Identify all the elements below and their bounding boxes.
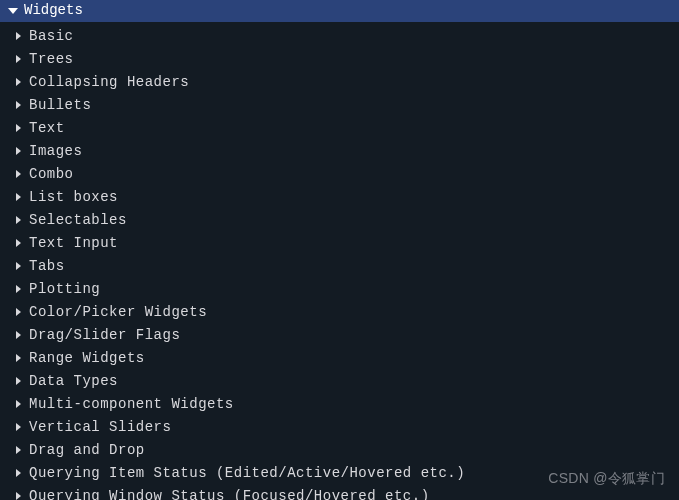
tree-item-drag-and-drop[interactable]: Drag and Drop (14, 438, 679, 461)
tree-item-bullets[interactable]: Bullets (14, 93, 679, 116)
tree-item-label: Querying Item Status (Edited/Active/Hove… (29, 463, 465, 483)
tree-item-label: Trees (29, 49, 74, 69)
chevron-right-icon (16, 492, 21, 500)
chevron-right-icon (16, 32, 21, 40)
chevron-right-icon (16, 377, 21, 385)
tree-item-label: Vertical Sliders (29, 417, 171, 437)
chevron-right-icon (16, 170, 21, 178)
tree-item-label: Data Types (29, 371, 118, 391)
tree-item-label: Drag and Drop (29, 440, 145, 460)
watermark-text: CSDN @令狐掌门 (548, 470, 665, 488)
chevron-right-icon (16, 193, 21, 201)
header-title: Widgets (24, 2, 83, 19)
tree-item-label: Collapsing Headers (29, 72, 189, 92)
chevron-down-icon (8, 8, 18, 14)
tree-item-combo[interactable]: Combo (14, 162, 679, 185)
tree-item-text-input[interactable]: Text Input (14, 231, 679, 254)
tree-item-label: Range Widgets (29, 348, 145, 368)
tree-item-label: Color/Picker Widgets (29, 302, 207, 322)
tree-item-plotting[interactable]: Plotting (14, 277, 679, 300)
tree-item-label: Bullets (29, 95, 91, 115)
tree-item-label: Basic (29, 26, 74, 46)
widgets-header[interactable]: Widgets (0, 0, 679, 22)
tree-item-range-widgets[interactable]: Range Widgets (14, 346, 679, 369)
tree-item-label: Images (29, 141, 82, 161)
tree-item-basic[interactable]: Basic (14, 24, 679, 47)
tree-item-label: Querying Window Status (Focused/Hovered … (29, 486, 430, 501)
tree-list: Basic Trees Collapsing Headers Bullets T… (0, 22, 679, 500)
tree-item-label: Selectables (29, 210, 127, 230)
chevron-right-icon (16, 239, 21, 247)
tree-item-label: List boxes (29, 187, 118, 207)
widgets-panel: Widgets Basic Trees Collapsing Headers B… (0, 0, 679, 500)
chevron-right-icon (16, 55, 21, 63)
tree-item-data-types[interactable]: Data Types (14, 369, 679, 392)
chevron-right-icon (16, 216, 21, 224)
chevron-right-icon (16, 285, 21, 293)
tree-item-label: Tabs (29, 256, 65, 276)
tree-item-drag-slider-flags[interactable]: Drag/Slider Flags (14, 323, 679, 346)
tree-item-color-picker-widgets[interactable]: Color/Picker Widgets (14, 300, 679, 323)
chevron-right-icon (16, 78, 21, 86)
chevron-right-icon (16, 446, 21, 454)
chevron-right-icon (16, 308, 21, 316)
tree-item-label: Drag/Slider Flags (29, 325, 180, 345)
chevron-right-icon (16, 469, 21, 477)
tree-item-multi-component-widgets[interactable]: Multi-component Widgets (14, 392, 679, 415)
chevron-right-icon (16, 101, 21, 109)
tree-item-label: Multi-component Widgets (29, 394, 234, 414)
tree-item-collapsing-headers[interactable]: Collapsing Headers (14, 70, 679, 93)
tree-item-label: Combo (29, 164, 74, 184)
tree-item-label: Text (29, 118, 65, 138)
chevron-right-icon (16, 331, 21, 339)
tree-item-text[interactable]: Text (14, 116, 679, 139)
chevron-right-icon (16, 354, 21, 362)
tree-item-label: Text Input (29, 233, 118, 253)
chevron-right-icon (16, 423, 21, 431)
tree-item-tabs[interactable]: Tabs (14, 254, 679, 277)
tree-item-list-boxes[interactable]: List boxes (14, 185, 679, 208)
tree-item-trees[interactable]: Trees (14, 47, 679, 70)
tree-item-images[interactable]: Images (14, 139, 679, 162)
chevron-right-icon (16, 400, 21, 408)
chevron-right-icon (16, 262, 21, 270)
tree-item-vertical-sliders[interactable]: Vertical Sliders (14, 415, 679, 438)
chevron-right-icon (16, 124, 21, 132)
tree-item-label: Plotting (29, 279, 100, 299)
chevron-right-icon (16, 147, 21, 155)
tree-item-selectables[interactable]: Selectables (14, 208, 679, 231)
